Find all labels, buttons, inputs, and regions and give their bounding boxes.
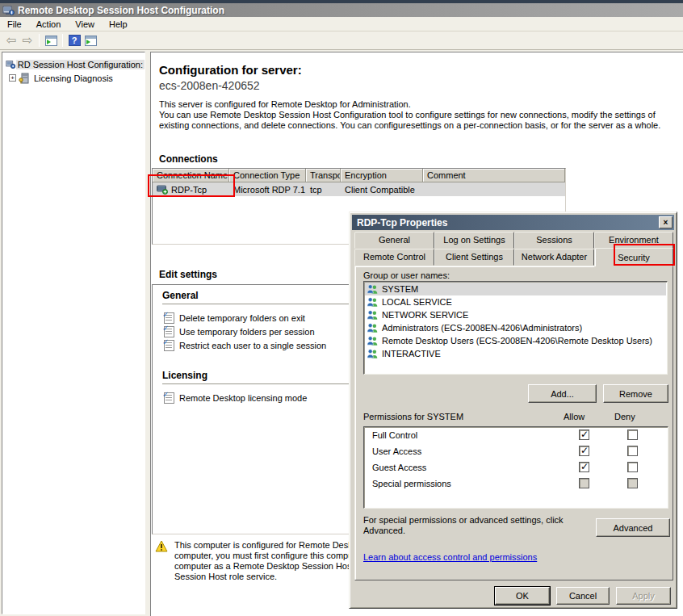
app-icon <box>2 5 15 16</box>
server-description: This server is configured for Remote Des… <box>159 99 660 131</box>
menu-view[interactable]: View <box>68 18 102 31</box>
tab-network-adapter[interactable]: Network Adapter <box>514 249 594 266</box>
setting-icon <box>164 312 174 324</box>
deny-checkbox-user-access[interactable] <box>627 446 638 456</box>
dialog-title: RDP-Tcp Properties <box>357 217 659 228</box>
users-icon <box>367 309 379 321</box>
tree-item-label: RD Session Host Configuration: <box>16 60 145 69</box>
ok-button[interactable]: OK <box>495 587 550 605</box>
group-item-local-service[interactable]: LOCAL SERVICE <box>365 295 666 308</box>
group-item-interactive[interactable]: INTERACTIVE <box>365 347 666 360</box>
connections-header-row: Connection Name Connection Type Transpor… <box>153 169 565 182</box>
apply-button[interactable]: Apply <box>616 587 671 605</box>
permission-row-special-permissions: Special permissions <box>364 476 668 492</box>
col-comment[interactable]: Comment <box>423 169 565 182</box>
console-root-icon <box>6 59 16 70</box>
tab-sessions[interactable]: Sessions <box>514 232 594 249</box>
deny-column-label: Deny <box>614 412 635 421</box>
group-item-network-service[interactable]: NETWORK SERVICE <box>365 308 666 321</box>
edit-settings-heading: Edit settings <box>159 269 217 280</box>
allow-checkbox-special-permissions <box>579 478 589 488</box>
group-item-remote-desktop-users[interactable]: Remote Desktop Users (ECS-2008EN-4206\Re… <box>365 334 666 347</box>
remove-button[interactable]: Remove <box>603 384 668 403</box>
help-icon[interactable]: ? <box>66 33 82 48</box>
group-names-label: Group or user names: <box>363 270 450 280</box>
permission-row-user-access: User Access <box>364 443 668 459</box>
allow-column-label: Allow <box>564 412 585 421</box>
permissions-for-label: Permissions for SYSTEM <box>363 412 463 421</box>
tab-logon-settings[interactable]: Log on Settings <box>434 232 514 249</box>
dialog-titlebar: RDP-Tcp Properties × <box>352 215 674 230</box>
col-connection-type[interactable]: Connection Type <box>229 169 306 182</box>
warning-note: This computer is configured for Remote D… <box>155 540 349 582</box>
toolbar: ⇦ ⇨ ? <box>0 31 683 50</box>
users-icon <box>367 322 379 333</box>
tree-item-label: Licensing Diagnosis <box>32 73 115 83</box>
warning-text: This computer is configured for Remote D… <box>174 540 349 582</box>
connection-name-cell: RDP-Tcp <box>153 185 229 195</box>
permission-row-full-control: Full Control <box>364 427 668 443</box>
menu-file[interactable]: File <box>0 18 29 31</box>
group-item-administrators[interactable]: Administrators (ECS-2008EN-4206\Administ… <box>365 321 666 334</box>
export-list-icon[interactable] <box>82 33 98 48</box>
connection-row-rdp-tcp[interactable]: RDP-Tcp Microsoft RDP 7.1 tcp Client Com… <box>153 182 565 196</box>
page-title: Configuration for server: <box>159 63 302 77</box>
encryption-cell: Client Compatible <box>341 185 423 195</box>
group-names-list[interactable]: SYSTEM LOCAL SERVICE NETWORK SERVICE Adm… <box>363 281 668 375</box>
tree-item-rd-session-host[interactable]: RD Session Host Configuration: <box>2 57 145 71</box>
setting-icon <box>164 326 174 337</box>
connection-type-cell: Microsoft RDP 7.1 <box>229 185 306 195</box>
add-button[interactable]: Add... <box>528 384 597 403</box>
security-tab-panel: Group or user names: SYSTEM LOCAL SERVIC… <box>354 266 673 580</box>
advanced-note: For special permissions or advanced sett… <box>363 515 564 536</box>
users-icon <box>367 296 379 308</box>
tab-remote-control[interactable]: Remote Control <box>354 249 434 266</box>
close-icon[interactable]: × <box>659 216 673 228</box>
menu-help[interactable]: Help <box>102 18 135 31</box>
users-icon <box>367 348 379 359</box>
deny-checkbox-special-permissions <box>627 478 638 488</box>
deny-checkbox-full-control[interactable] <box>627 430 638 440</box>
tab-environment[interactable]: Environment <box>594 232 673 249</box>
advanced-button[interactable]: Advanced <box>596 518 670 537</box>
users-icon <box>367 335 379 346</box>
connections-heading: Connections <box>159 153 218 165</box>
tab-security[interactable]: Security <box>594 248 673 267</box>
tab-client-settings[interactable]: Client Settings <box>434 249 514 266</box>
toolbar-separator <box>62 34 63 47</box>
deny-checkbox-guest-access[interactable] <box>627 462 638 472</box>
tree-item-licensing-diagnosis[interactable]: + Licensing Diagnosis <box>2 71 145 85</box>
transport-cell: tcp <box>306 185 341 195</box>
back-icon[interactable]: ⇦ <box>3 33 19 48</box>
tab-general[interactable]: General <box>354 232 434 249</box>
server-name: ecs-2008en-420652 <box>159 79 260 92</box>
col-connection-name[interactable]: Connection Name <box>153 169 229 182</box>
allow-checkbox-full-control[interactable] <box>579 430 589 440</box>
group-item-system[interactable]: SYSTEM <box>365 283 666 295</box>
setting-icon <box>164 340 174 351</box>
window-title: Remote Desktop Session Host Configuratio… <box>18 5 224 16</box>
forward-icon[interactable]: ⇨ <box>19 33 36 48</box>
warning-icon <box>155 540 168 551</box>
learn-link[interactable]: Learn about access control and permissio… <box>363 552 537 562</box>
rdp-tcp-properties-dialog: RDP-Tcp Properties × General Log on Sett… <box>349 212 677 609</box>
col-encryption[interactable]: Encryption <box>341 169 423 182</box>
allow-checkbox-guest-access[interactable] <box>579 462 589 472</box>
permission-row-guest-access: Guest Access <box>364 459 668 476</box>
toolbar-separator <box>39 34 40 47</box>
permissions-list[interactable]: Full Control User Access Guest Access Sp… <box>363 426 668 509</box>
rdp-connection-icon <box>157 185 169 195</box>
menu-action[interactable]: Action <box>29 18 69 31</box>
window-titlebar: Remote Desktop Session Host Configuratio… <box>0 3 683 17</box>
tree-expander-icon[interactable]: + <box>9 74 16 82</box>
screen: Remote Desktop Session Host Configuratio… <box>0 0 683 616</box>
console-tree: RD Session Host Configuration: + Licensi… <box>2 52 145 614</box>
licensing-diagnosis-icon <box>19 73 30 84</box>
console-tree-icon[interactable] <box>43 33 59 48</box>
users-icon <box>367 283 379 295</box>
cancel-button[interactable]: Cancel <box>556 587 610 605</box>
menu-bar: File Action View Help <box>0 17 683 31</box>
setting-icon <box>164 392 174 404</box>
allow-checkbox-user-access[interactable] <box>579 446 589 456</box>
col-transport[interactable]: Transport <box>306 169 341 182</box>
